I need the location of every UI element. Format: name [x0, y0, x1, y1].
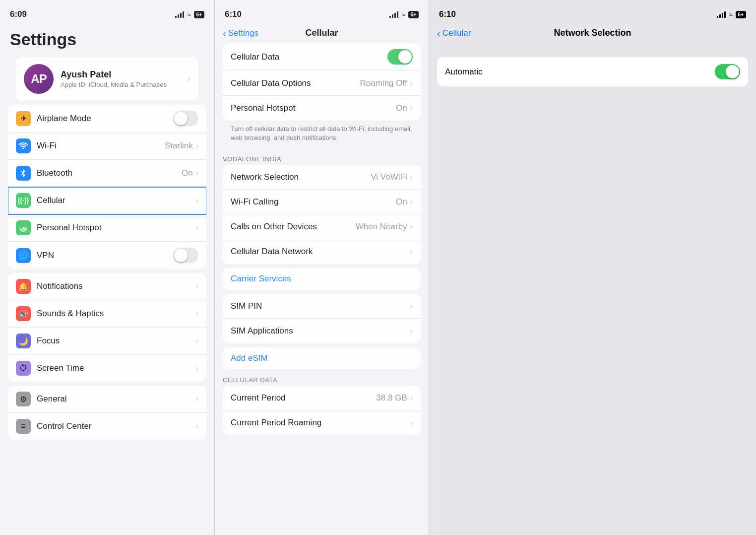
profile-row[interactable]: AP Ayush Patel Apple ID, iCloud, Media &…	[16, 57, 198, 101]
calls-other-chevron: ›	[410, 222, 413, 231]
network-selection-label: Network Selection	[231, 172, 371, 182]
battery-icon-1: 6+	[194, 11, 204, 18]
sim-group: SIM PIN › SIM Applications ›	[223, 294, 421, 343]
network-group: ✈ Airplane Mode Wi-Fi Starlink ›	[8, 105, 206, 269]
status-time-2: 6:10	[225, 9, 242, 19]
bluetooth-value: On	[182, 168, 193, 178]
cellular-top-card: Cellular Data Cellular Data Options Roam…	[223, 43, 421, 121]
current-period-roaming-chevron: ›	[410, 418, 413, 427]
airplane-icon: ✈	[16, 111, 31, 126]
screentime-chevron: ›	[196, 364, 198, 373]
personal-hotspot-cell-row[interactable]: Personal Hotspot On ›	[223, 96, 421, 121]
profile-info: Ayush Patel Apple ID, iCloud, Media & Pu…	[61, 69, 188, 88]
network-selection-value: Vi VoWiFi	[371, 172, 407, 182]
add-esim-row[interactable]: Add eSIM	[223, 347, 421, 369]
general-row[interactable]: ⚙ General ›	[8, 386, 206, 413]
sim-applications-label: SIM Applications	[231, 326, 410, 336]
wifi-row[interactable]: Wi-Fi Starlink ›	[8, 133, 206, 160]
nav-title-2: Cellular	[305, 28, 338, 38]
automatic-toggle[interactable]	[715, 64, 740, 79]
page-title-1: Settings	[0, 26, 214, 57]
personal-hotspot-cell-chevron: ›	[410, 104, 413, 113]
settings-panel: 6:09 ≈ 6+ Settings AP Ayush	[0, 0, 214, 535]
battery-icon-2: 6+	[408, 11, 419, 18]
wifi-label: Wi-Fi	[37, 141, 165, 151]
sim-pin-row[interactable]: SIM PIN ›	[223, 294, 421, 319]
cellular-data-options-row[interactable]: Cellular Data Options Roaming Off ›	[223, 71, 421, 96]
status-icons-2: ≈ 6+	[389, 11, 419, 18]
notifications-chevron: ›	[196, 282, 198, 291]
general-card: ⚙ General › ≡ Control Center ›	[8, 386, 206, 440]
profile-group: AP Ayush Patel Apple ID, iCloud, Media &…	[8, 57, 206, 101]
nav-back-2[interactable]: ‹ Settings	[223, 28, 258, 38]
cellular-row[interactable]: ((·)) Cellular ›	[8, 187, 206, 214]
bluetooth-row[interactable]: Bluetooth On ›	[8, 160, 206, 187]
cellular-data-options-chevron: ›	[410, 79, 413, 88]
general-icon: ⚙	[16, 392, 31, 406]
airplane-mode-row[interactable]: ✈ Airplane Mode	[8, 105, 206, 133]
signal-icon-2	[389, 11, 398, 18]
carrier-services-label: Carrier Services	[231, 274, 291, 284]
vodafone-header: VODAFONE INDIA	[215, 152, 429, 165]
nav-back-3[interactable]: ‹ Cellular	[437, 28, 471, 38]
nav-title-3: Network Selection	[554, 28, 631, 38]
avatar: AP	[24, 64, 54, 94]
calls-other-value: When Nearby	[356, 222, 407, 232]
controlcenter-label: Control Center	[37, 421, 196, 431]
automatic-toggle-thumb	[726, 65, 739, 78]
vodafone-card: Network Selection Vi VoWiFi › Wi-Fi Call…	[223, 165, 421, 264]
screentime-row[interactable]: ⏱ Screen Time ›	[8, 355, 206, 382]
network-card: ✈ Airplane Mode Wi-Fi Starlink ›	[8, 105, 206, 269]
wifi-icon-1: ≈	[187, 11, 190, 18]
controlcenter-chevron: ›	[196, 422, 198, 431]
controlcenter-icon: ≡	[16, 419, 31, 434]
focus-label: Focus	[37, 336, 196, 346]
network-selection-row[interactable]: Network Selection Vi VoWiFi ›	[223, 165, 421, 190]
sim-card: SIM PIN › SIM Applications ›	[223, 294, 421, 343]
automatic-row[interactable]: Automatic	[437, 57, 748, 86]
notifications-icon: 🔔	[16, 279, 31, 294]
focus-row[interactable]: 🌙 Focus ›	[8, 328, 206, 355]
sim-pin-chevron: ›	[410, 302, 413, 311]
vpn-toggle-thumb	[174, 249, 188, 262]
add-esim-label: Add eSIM	[231, 353, 268, 363]
wifi-calling-row[interactable]: Wi-Fi Calling On ›	[223, 190, 421, 214]
current-period-roaming-row[interactable]: Current Period Roaming ›	[223, 410, 421, 435]
personal-hotspot-row[interactable]: Personal Hotspot ›	[8, 214, 206, 242]
hotspot-icon	[16, 220, 31, 235]
vpn-toggle[interactable]	[173, 248, 198, 263]
svg-point-0	[22, 227, 24, 229]
general-label: General	[37, 394, 196, 404]
bluetooth-chevron: ›	[196, 169, 198, 178]
battery-icon-3: 6+	[736, 11, 746, 18]
cellular-icon: ((·))	[16, 193, 31, 208]
sim-applications-chevron: ›	[410, 327, 413, 335]
sim-pin-label: SIM PIN	[231, 301, 410, 311]
cellular-data-label: Cellular Data	[231, 52, 387, 62]
current-period-label: Current Period	[231, 393, 376, 403]
cellular-panel: 6:10 ≈ 6+ ‹ Settings Cellular	[214, 0, 429, 535]
status-bar-1: 6:09 ≈ 6+	[0, 0, 214, 26]
cellular-label: Cellular	[37, 196, 196, 205]
carrier-services-row[interactable]: Carrier Services	[223, 268, 421, 290]
cellular-data-row[interactable]: Cellular Data	[223, 43, 421, 71]
notifications-row[interactable]: 🔔 Notifications ›	[8, 273, 206, 300]
controlcenter-row[interactable]: ≡ Control Center ›	[8, 413, 206, 440]
cellular-data-toggle[interactable]	[387, 49, 413, 65]
current-period-row[interactable]: Current Period 38.8 GB ›	[223, 386, 421, 410]
vpn-icon: 🌐	[16, 248, 31, 263]
bluetooth-icon	[16, 166, 31, 181]
sounds-row[interactable]: 🔊 Sounds & Haptics ›	[8, 300, 206, 328]
cellular-data-network-row[interactable]: Cellular Data Network ›	[223, 239, 421, 264]
calls-other-row[interactable]: Calls on Other Devices When Nearby ›	[223, 214, 421, 239]
current-period-roaming-label: Current Period Roaming	[231, 418, 410, 428]
airplane-toggle[interactable]	[173, 111, 198, 126]
profile-name: Ayush Patel	[61, 69, 188, 80]
personal-hotspot-cell-label: Personal Hotspot	[231, 103, 396, 113]
status-icons-3: ≈ 6+	[717, 11, 746, 18]
vpn-row[interactable]: 🌐 VPN	[8, 242, 206, 269]
sim-applications-row[interactable]: SIM Applications ›	[223, 319, 421, 343]
notifications-card: 🔔 Notifications › 🔊 Sounds & Haptics › 🌙…	[8, 273, 206, 382]
cellular-top-group: Cellular Data Cellular Data Options Roam…	[223, 43, 421, 148]
current-period-value: 38.8 GB	[376, 393, 407, 403]
